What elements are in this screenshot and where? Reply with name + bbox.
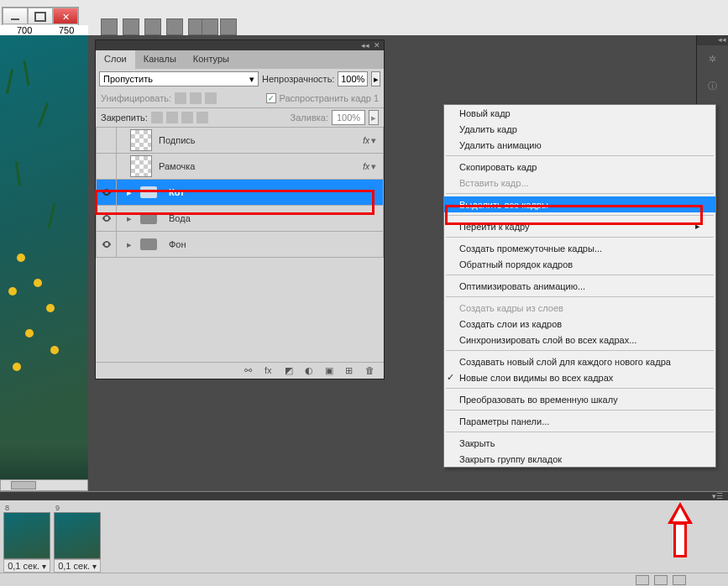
- collapse-icon[interactable]: ◂◂: [360, 41, 370, 50]
- lock-pixels-icon[interactable]: [166, 112, 178, 123]
- visibility-toggle[interactable]: [97, 154, 117, 179]
- unify-visibility-icon[interactable]: [190, 92, 202, 104]
- menu-item-new-frame[interactable]: Новый кадр: [444, 105, 715, 121]
- layer-name[interactable]: Фон: [165, 239, 383, 249]
- annotation-arrow: [668, 502, 693, 561]
- chevron-down-icon[interactable]: ▾: [371, 161, 383, 172]
- new-group-icon[interactable]: ▣: [325, 365, 338, 377]
- opacity-label: Непрозрачность:: [262, 74, 334, 84]
- expand-icon[interactable]: ▸: [127, 239, 137, 250]
- menu-item-frames-from-layers: Создать кадры из слоев: [444, 300, 715, 316]
- timeline-button[interactable]: [654, 575, 668, 585]
- menu-item-layers-from-frames[interactable]: Создать слои из кадров: [444, 316, 715, 332]
- menu-item-new-layer-per-frame[interactable]: Создавать новый слой для каждого нового …: [444, 353, 715, 369]
- tab-layers[interactable]: Слои: [96, 50, 135, 69]
- layer-thumbnail[interactable]: [130, 129, 152, 151]
- align-icon[interactable]: [144, 18, 161, 35]
- frame-thumbnail[interactable]: [3, 512, 50, 559]
- layer-row[interactable]: ▸ Фон: [96, 231, 384, 258]
- layer-mask-icon[interactable]: ◩: [285, 365, 298, 377]
- visibility-toggle[interactable]: [97, 128, 117, 153]
- ruler-mark: 700: [17, 25, 32, 35]
- menu-item-panel-options[interactable]: Параметры панели...: [444, 413, 715, 429]
- tab-channels[interactable]: Каналы: [135, 50, 185, 69]
- animation-frame[interactable]: 8 0,1 сек. ▾: [3, 504, 50, 573]
- layer-name[interactable]: Рамочка: [155, 161, 338, 171]
- chevron-down-icon[interactable]: ▾: [371, 135, 383, 146]
- menu-item-delete-animation[interactable]: Удалить анимацию: [444, 137, 715, 153]
- layer-row[interactable]: Рамочка fx ▾: [96, 153, 384, 180]
- menu-item-tween[interactable]: Создать промежуточные кадры...: [444, 240, 715, 256]
- check-icon: ✓: [447, 372, 454, 383]
- collapse-icon[interactable]: ◂◂: [697, 35, 728, 45]
- frame-delay[interactable]: 0,1 сек. ▾: [54, 559, 101, 573]
- fx-indicator[interactable]: fx: [338, 136, 371, 145]
- menu-item-delete-frame[interactable]: Удалить кадр: [444, 121, 715, 137]
- distribute-icon[interactable]: [220, 18, 237, 35]
- frame-thumbnail[interactable]: [54, 512, 101, 559]
- frame-delay[interactable]: 0,1 сек. ▾: [3, 559, 50, 573]
- timeline-button[interactable]: [673, 575, 686, 585]
- tab-paths[interactable]: Контуры: [185, 50, 238, 69]
- unify-position-icon[interactable]: [175, 92, 186, 104]
- fx-indicator[interactable]: fx: [338, 162, 371, 171]
- lock-transparency-icon[interactable]: [151, 112, 163, 123]
- menu-item-reverse-frames[interactable]: Обратный порядок кадров: [444, 256, 715, 272]
- visibility-toggle[interactable]: [97, 232, 117, 257]
- link-layers-icon[interactable]: ⚯: [244, 365, 258, 377]
- window-controls: [2, 7, 79, 27]
- settings-icon[interactable]: ✲: [697, 45, 728, 72]
- menu-item-convert-timeline[interactable]: Преобразовать во временную шкалу: [444, 391, 715, 407]
- menu-item-sync-layer[interactable]: Синхронизировать слой во всех кадрах...: [444, 332, 715, 348]
- layer-thumbnail[interactable]: [130, 155, 152, 177]
- maximize-button[interactable]: [28, 8, 53, 24]
- horizontal-scrollbar[interactable]: [0, 479, 88, 491]
- align-icon[interactable]: [123, 18, 139, 35]
- ruler-mark: 750: [59, 25, 74, 35]
- info-icon[interactable]: ⓘ: [697, 72, 728, 99]
- fill-value[interactable]: 100%: [332, 110, 365, 125]
- menu-item-close-group[interactable]: Закрыть группу вкладок: [444, 451, 715, 467]
- lock-all-icon[interactable]: [196, 112, 208, 123]
- delete-layer-icon[interactable]: 🗑: [365, 365, 379, 377]
- layer-row[interactable]: Подпись fx ▾: [96, 127, 384, 154]
- align-icon[interactable]: [101, 18, 118, 35]
- ruler: 700 750: [0, 25, 88, 35]
- lock-position-icon[interactable]: [181, 112, 193, 123]
- panel-titlebar[interactable]: ◂◂ ✕: [96, 40, 384, 50]
- layer-fx-icon[interactable]: fx: [264, 365, 278, 377]
- opacity-slider-button[interactable]: ▸: [371, 71, 380, 86]
- distribute-icon[interactable]: [202, 18, 218, 35]
- timeline-button[interactable]: [636, 575, 649, 585]
- minimize-button[interactable]: [3, 8, 28, 24]
- lock-label: Закрепить:: [101, 112, 148, 123]
- animation-panel-header[interactable]: ▾☰: [0, 492, 728, 500]
- propagate-label: Распространить кадр 1: [280, 93, 379, 103]
- animation-frame[interactable]: 9 0,1 сек. ▾: [54, 504, 101, 573]
- propagate-checkbox[interactable]: ✓: [266, 93, 276, 103]
- frames-strip: 8 0,1 сек. ▾ 9 0,1 сек. ▾: [0, 500, 728, 576]
- menu-item-copy-frame[interactable]: Скопировать кадр: [444, 159, 715, 175]
- close-button[interactable]: [53, 8, 78, 24]
- menu-item-new-layers-visible[interactable]: ✓Новые слои видимы во всех кадрах: [444, 369, 715, 385]
- align-icon[interactable]: [166, 18, 183, 35]
- adjustment-layer-icon[interactable]: ◐: [305, 365, 318, 377]
- fill-label: Заливка:: [291, 112, 328, 123]
- top-toolbar: 700 750: [0, 0, 728, 35]
- new-layer-icon[interactable]: ⊞: [345, 365, 359, 377]
- canvas-image[interactable]: [0, 35, 88, 491]
- animation-panel: ▾☰ 8 0,1 сек. ▾ 9 0,1 сек. ▾: [0, 491, 728, 586]
- blend-mode-select[interactable]: Пропустить: [99, 71, 259, 86]
- menu-item-close[interactable]: Закрыть: [444, 435, 715, 451]
- context-menu: Новый кадр Удалить кадр Удалить анимацию…: [443, 104, 716, 468]
- menu-item-optimize[interactable]: Оптимизировать анимацию...: [444, 278, 715, 294]
- annotation-highlight-layer: [95, 190, 374, 215]
- layers-panel-footer: ⚯ fx ◩ ◐ ▣ ⊞ 🗑: [96, 362, 384, 379]
- unify-style-icon[interactable]: [205, 92, 217, 104]
- distribute-tools: [202, 18, 237, 35]
- opacity-value[interactable]: 100%: [338, 71, 368, 86]
- panel-tabs: Слои Каналы Контуры: [96, 50, 384, 69]
- panel-close-icon[interactable]: ✕: [372, 41, 382, 50]
- fill-slider-button[interactable]: ▸: [369, 110, 379, 125]
- layer-name[interactable]: Подпись: [155, 135, 338, 145]
